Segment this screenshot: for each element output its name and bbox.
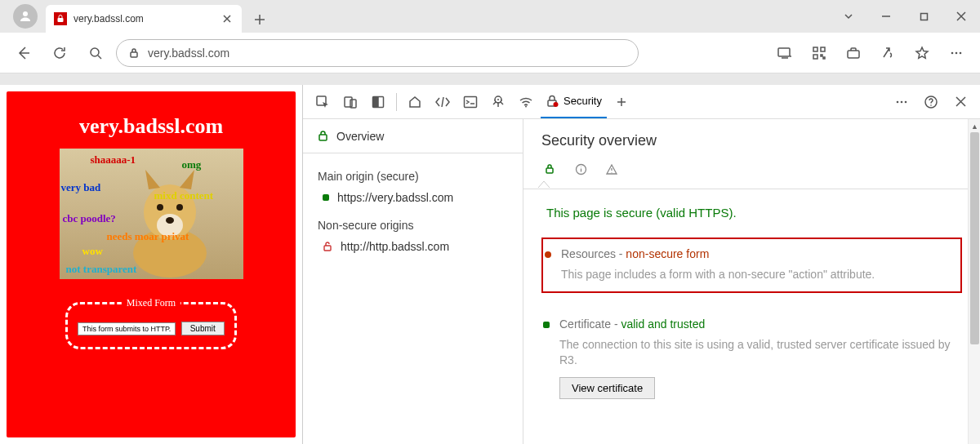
dock-icon[interactable] [365, 89, 391, 115]
refresh-button[interactable] [44, 38, 75, 69]
svg-point-29 [497, 99, 499, 100]
svg-point-21 [166, 217, 174, 224]
sources-tab-icon[interactable] [485, 89, 511, 115]
view-certificate-button[interactable]: View certificate [559, 377, 655, 399]
page-heading: very.badssl.com [7, 114, 296, 139]
mixed-form-submit[interactable]: Submit [181, 322, 225, 335]
certificate-panel: Certificate - valid and trusted The conn… [541, 309, 962, 407]
briefcase-icon[interactable] [838, 38, 869, 69]
devtools-tabbar: Security [303, 85, 980, 119]
cert-desc: The connection to this site is using a v… [559, 337, 951, 369]
doge-text: omg [182, 158, 202, 171]
svg-rect-7 [813, 47, 817, 51]
svg-point-37 [930, 104, 932, 106]
svg-rect-10 [821, 55, 822, 56]
tab-close-icon[interactable] [220, 12, 234, 25]
mixed-form-input[interactable] [78, 322, 176, 335]
security-sidebar: Overview Main origin (secure) https://ve… [303, 119, 523, 444]
new-tab-button[interactable] [247, 7, 273, 33]
security-overview-title: Security overview [541, 132, 962, 149]
svg-point-35 [905, 100, 907, 103]
main-origin-heading: Main origin (secure) [318, 170, 508, 183]
inspect-icon[interactable] [310, 89, 336, 115]
maximize-button[interactable] [905, 3, 942, 29]
svg-point-15 [960, 51, 962, 54]
svg-point-34 [901, 100, 903, 103]
page-viewport: very.badssl.com shaaaaa-1omgvery badmixd… [0, 85, 302, 444]
scrollbar[interactable]: ▲ [968, 119, 980, 444]
filter-warning-icon[interactable] [604, 161, 620, 177]
window-close-button[interactable] [942, 3, 980, 29]
green-dot-icon [543, 322, 550, 328]
read-aloud-icon[interactable] [872, 38, 903, 69]
devtools-help-icon[interactable] [918, 89, 944, 115]
window-controls [830, 0, 980, 33]
console-tab-icon[interactable] [457, 89, 483, 115]
security-tab-label: Security [564, 95, 602, 107]
svg-point-14 [956, 51, 958, 54]
add-tab-icon[interactable] [608, 89, 635, 115]
devtools-more-icon[interactable] [889, 89, 915, 115]
site-lock-icon[interactable] [128, 47, 140, 59]
filter-info-icon[interactable] [572, 161, 589, 177]
svg-point-19 [157, 204, 163, 211]
svg-point-13 [951, 51, 954, 54]
chevron-down-icon[interactable] [830, 3, 867, 29]
svg-rect-1 [58, 18, 64, 22]
doge-text: shaaaaa-1 [91, 153, 136, 166]
svg-point-32 [554, 102, 559, 107]
svg-point-33 [897, 100, 899, 103]
search-button[interactable] [80, 38, 111, 69]
devtools-panel: Security Overview Main origin (secure) [302, 85, 980, 444]
security-tab[interactable]: Security [541, 86, 607, 118]
sidebar-overview[interactable]: Overview [303, 119, 523, 153]
main-origin-url: https://very.badssl.com [337, 191, 453, 204]
doge-text: wow [82, 245, 103, 258]
qr-icon[interactable] [804, 38, 835, 69]
svg-point-20 [176, 204, 183, 211]
red-dot-icon [545, 251, 551, 258]
svg-rect-38 [319, 135, 327, 140]
screen-icon[interactable] [769, 38, 800, 69]
welcome-tab-icon[interactable] [402, 89, 428, 115]
svg-point-3 [91, 48, 99, 56]
profile-icon[interactable] [13, 4, 38, 29]
svg-rect-12 [848, 51, 859, 58]
svg-rect-40 [546, 168, 553, 173]
svg-point-30 [525, 105, 527, 107]
minimize-button[interactable] [867, 3, 905, 29]
svg-point-0 [23, 11, 28, 16]
main-origin-item[interactable]: https://very.badssl.com [318, 191, 508, 204]
nonsecure-heading: Non-secure origins [318, 219, 508, 232]
resources-panel: Resources - non-secure form This page in… [541, 238, 962, 293]
back-button[interactable] [8, 38, 39, 69]
browser-chrome: very.badssl.com very.badssl.com [0, 0, 980, 85]
svg-rect-11 [823, 57, 825, 59]
resources-desc: This page includes a form with a non-sec… [561, 267, 949, 283]
content-area: very.badssl.com shaaaaa-1omgvery badmixd… [0, 85, 980, 444]
doge-text: needs moar privat [107, 230, 189, 243]
security-main: Security overview This page is secure (v… [523, 119, 980, 444]
elements-tab-icon[interactable] [430, 89, 456, 115]
filter-lock-icon[interactable] [541, 161, 558, 177]
doge-image: shaaaaa-1omgvery badmixd contentcbc pood… [60, 149, 243, 279]
resources-title: Resources - non-secure form [561, 247, 949, 260]
overview-label: Overview [336, 130, 384, 143]
lock-warning-icon [54, 12, 67, 25]
svg-rect-5 [778, 48, 790, 56]
url-text: very.badssl.com [148, 47, 229, 60]
mixed-form-box: Mixed Form Submit [65, 302, 237, 349]
address-bar[interactable]: very.badssl.com [116, 39, 639, 67]
network-tab-icon[interactable] [513, 89, 539, 115]
device-icon[interactable] [337, 89, 363, 115]
nonsecure-origin-item[interactable]: http://http.badssl.com [318, 240, 508, 253]
devtools-close-icon[interactable] [947, 89, 973, 115]
more-icon[interactable] [941, 38, 972, 69]
scroll-up-icon[interactable]: ▲ [969, 121, 980, 132]
toolbar: very.badssl.com [0, 33, 980, 73]
dog-illustration [121, 163, 219, 278]
scrollbar-thumb[interactable] [970, 132, 979, 344]
doge-text: mixd content [154, 189, 214, 202]
favorite-icon[interactable] [906, 38, 938, 69]
browser-tab[interactable]: very.badssl.com [46, 5, 242, 33]
